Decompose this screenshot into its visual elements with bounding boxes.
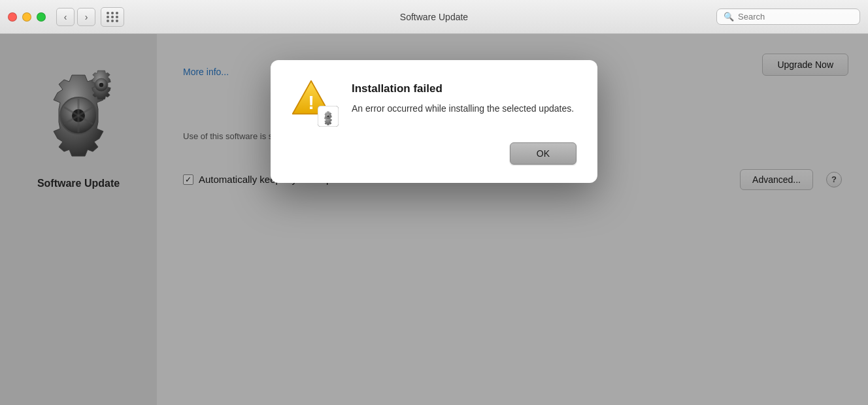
svg-text:!: ! bbox=[308, 92, 314, 113]
forward-button[interactable]: › bbox=[77, 8, 95, 26]
svg-point-11 bbox=[327, 115, 329, 117]
title-bar: ‹ › Software Update 🔍 bbox=[0, 0, 868, 34]
main-content: Software Update Upgrade Now More info...… bbox=[0, 34, 868, 405]
traffic-lights bbox=[8, 12, 46, 22]
close-button[interactable] bbox=[8, 12, 17, 22]
maximize-button[interactable] bbox=[37, 12, 46, 22]
modal-footer: OK bbox=[292, 142, 576, 165]
ok-button[interactable]: OK bbox=[510, 142, 576, 165]
search-bar[interactable]: 🔍 bbox=[716, 8, 860, 25]
settings-gear-badge-icon bbox=[318, 106, 339, 127]
minimize-button[interactable] bbox=[22, 12, 31, 22]
modal-overlay: ! bbox=[0, 34, 868, 405]
search-icon: 🔍 bbox=[724, 12, 734, 22]
modal-icon-area: ! bbox=[292, 80, 339, 127]
modal-message: An error occurred while installing the s… bbox=[352, 102, 576, 116]
grid-icon bbox=[107, 12, 119, 22]
installation-failed-dialog: ! bbox=[271, 60, 597, 183]
grid-view-button[interactable] bbox=[101, 7, 124, 27]
nav-buttons: ‹ › bbox=[56, 8, 95, 26]
window-title: Software Update bbox=[400, 12, 468, 22]
back-button[interactable]: ‹ bbox=[56, 8, 75, 26]
modal-body: ! bbox=[292, 80, 576, 127]
search-input[interactable] bbox=[738, 12, 853, 22]
modal-text-area: Installation failed An error occurred wh… bbox=[352, 80, 576, 116]
modal-title: Installation failed bbox=[352, 82, 576, 95]
